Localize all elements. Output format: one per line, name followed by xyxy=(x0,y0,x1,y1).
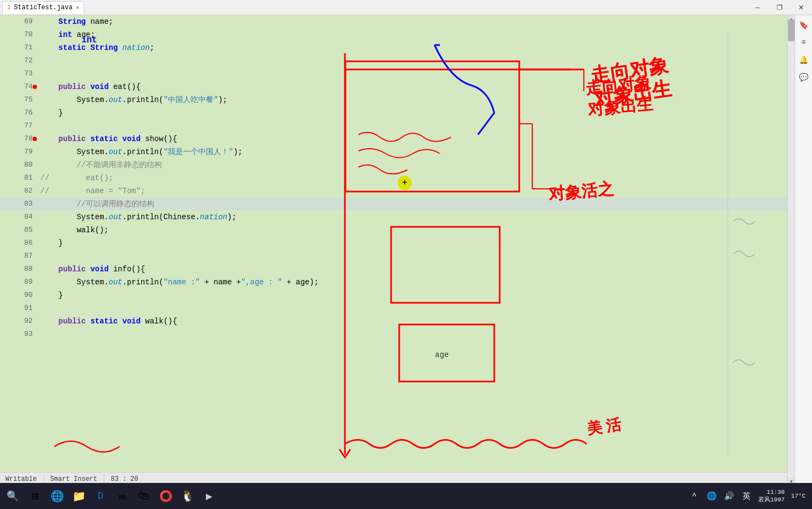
qq-icon[interactable]: 🐧 xyxy=(177,486,198,506)
dell-icon[interactable]: D xyxy=(90,486,111,506)
code-container: 69 String name;70 int age;71 static Stri… xyxy=(0,15,787,485)
line-content[interactable]: System.out.println("name :" + name +",ag… xyxy=(38,276,787,289)
line-content[interactable]: } xyxy=(38,106,787,119)
right-sidebar: 🔖 ≡ 🔔 💬 xyxy=(795,15,812,493)
notification-icon[interactable]: 🔔 xyxy=(796,52,811,67)
tray-chevron[interactable]: ^ xyxy=(687,488,702,504)
line-content[interactable]: } xyxy=(38,237,787,250)
code-line: 89 System.out.println("name :" + name +"… xyxy=(0,276,787,289)
code-line: 84 System.out.println(Chinese.nation); xyxy=(0,211,787,224)
editor-tab[interactable]: J StaticTest.java ✕ xyxy=(2,1,84,14)
code-line: 86 } xyxy=(0,237,787,250)
network-icon[interactable]: 🌐 xyxy=(704,488,719,504)
code-line: 76 } xyxy=(0,106,787,119)
store-icon[interactable]: 🛍 xyxy=(134,486,154,506)
line-number: 77 xyxy=(0,119,38,132)
code-line: 90 } xyxy=(0,289,787,302)
line-content[interactable]: public static void walk(){ xyxy=(38,315,787,328)
chrome-icon[interactable]: ⭕ xyxy=(155,486,176,506)
line-content[interactable]: } xyxy=(38,289,787,302)
code-line: 77 xyxy=(0,119,787,132)
line-number: 70 xyxy=(0,28,38,41)
line-content[interactable] xyxy=(38,67,787,80)
line-content[interactable] xyxy=(38,250,787,263)
code-line: 81// eat(); xyxy=(0,171,787,184)
taskbar-items: ⊞ 🌐 📁 D ✉ 🛍 ⭕ 🐧 ▶ xyxy=(25,486,230,506)
line-number: 82 xyxy=(0,184,38,198)
close-button[interactable]: ✕ xyxy=(790,0,812,15)
line-content[interactable]: public void info(){ xyxy=(38,263,787,276)
chat-icon[interactable]: 💬 xyxy=(796,69,811,85)
code-line: 83 //可以调用静态的结构 xyxy=(0,198,787,211)
line-content[interactable]: System.out.println("中国人吃中餐"); xyxy=(38,93,787,106)
line-number: 78 xyxy=(0,132,38,145)
code-line: 69 String name; xyxy=(0,15,787,28)
v-scroll-thumb[interactable] xyxy=(788,20,795,41)
code-line: 71 static String nation; xyxy=(0,41,787,54)
line-number: 75 xyxy=(0,93,38,106)
line-content[interactable]: //不能调用非静态的结构 xyxy=(38,158,787,171)
line-content[interactable]: System.out.println(Chinese.nation); xyxy=(38,211,787,224)
line-number: 69 xyxy=(0,15,38,28)
structure-icon[interactable]: ≡ xyxy=(796,35,811,50)
line-content[interactable] xyxy=(38,119,787,132)
mail-icon[interactable]: ✉ xyxy=(112,486,133,506)
code-line: 85 walk(); xyxy=(0,224,787,237)
line-number: 81 xyxy=(0,171,38,184)
line-number: 90 xyxy=(0,289,38,302)
line-content[interactable] xyxy=(38,302,787,315)
code-line: 79 System.out.println("我是一个中国人！"); xyxy=(0,145,787,158)
vertical-scrollbar[interactable]: ▲ ▼ xyxy=(787,15,795,485)
file-explorer-icon[interactable]: 📁 xyxy=(68,486,89,506)
line-number: 72 xyxy=(0,54,38,67)
bookmark-icon[interactable]: 🔖 xyxy=(796,17,811,33)
system-tray: ^ 🌐 🔊 英 11:30 若风1997 17°C xyxy=(687,488,812,504)
title-bar: J StaticTest.java ✕ ─ ❐ ✕ xyxy=(0,0,812,15)
code-line: 92 public static void walk(){ xyxy=(0,315,787,328)
line-content[interactable]: static String nation; xyxy=(38,41,787,54)
line-number: 80 xyxy=(0,158,38,171)
line-content[interactable]: String name; xyxy=(38,15,787,28)
code-line: 78 public static void show(){ xyxy=(0,132,787,145)
task-manager-icon[interactable]: ⊞ xyxy=(25,486,46,506)
taskbar-search[interactable]: 🔍 xyxy=(2,486,23,506)
line-content[interactable]: walk(); xyxy=(38,224,787,237)
line-content[interactable]: int age; xyxy=(38,28,787,41)
minimize-button[interactable]: ─ xyxy=(747,0,769,15)
code-line: 91 xyxy=(0,302,787,315)
line-content[interactable]: System.out.println("我是一个中国人！"); xyxy=(38,145,787,158)
maximize-button[interactable]: ❐ xyxy=(769,0,790,15)
code-line: 74 public void eat(){ xyxy=(0,80,787,93)
code-line: 72 xyxy=(0,54,787,67)
clock[interactable]: 11:30 若风1997 xyxy=(756,488,786,504)
line-content[interactable]: //可以调用静态的结构 xyxy=(38,198,787,211)
line-content[interactable]: public static void show(){ xyxy=(38,132,787,145)
line-number: 86 xyxy=(0,237,38,250)
volume-icon[interactable]: 🔊 xyxy=(721,488,737,504)
line-number: 71 xyxy=(0,41,38,54)
code-line: 93 xyxy=(0,328,787,341)
line-number: 91 xyxy=(0,302,38,315)
language-icon[interactable]: 英 xyxy=(739,488,754,504)
line-content[interactable]: // eat(); xyxy=(38,171,787,184)
code-line: 80 //不能调用非静态的结构 xyxy=(0,158,787,171)
line-number: 92 xyxy=(0,315,38,328)
windows-taskbar: 🔍 ⊞ 🌐 📁 D ✉ 🛍 ⭕ 🐧 ▶ ^ 🌐 🔊 英 11:30 若风1997… xyxy=(0,483,812,509)
line-content[interactable] xyxy=(38,54,787,67)
line-content[interactable] xyxy=(38,328,787,341)
line-number: 73 xyxy=(0,67,38,80)
media-player-icon[interactable]: ▶ xyxy=(199,486,219,506)
code-line: 82// name = "Tom"; xyxy=(0,184,787,198)
line-number: 79 xyxy=(0,145,38,158)
tab-close-button[interactable]: ✕ xyxy=(76,4,79,11)
edge-browser-icon[interactable]: 🌐 xyxy=(47,486,67,506)
code-line: 75 System.out.println("中国人吃中餐"); xyxy=(0,93,787,106)
line-number: 89 xyxy=(0,276,38,289)
line-number: 76 xyxy=(0,106,38,119)
tab-filename: StaticTest.java xyxy=(14,4,73,11)
code-line: 70 int age; xyxy=(0,28,787,41)
editor-area: 69 String name;70 int age;71 static Stri… xyxy=(0,15,795,493)
line-content[interactable]: // name = "Tom"; xyxy=(38,184,787,198)
line-content[interactable]: public void eat(){ xyxy=(38,80,787,93)
line-number: 74 xyxy=(0,80,38,93)
